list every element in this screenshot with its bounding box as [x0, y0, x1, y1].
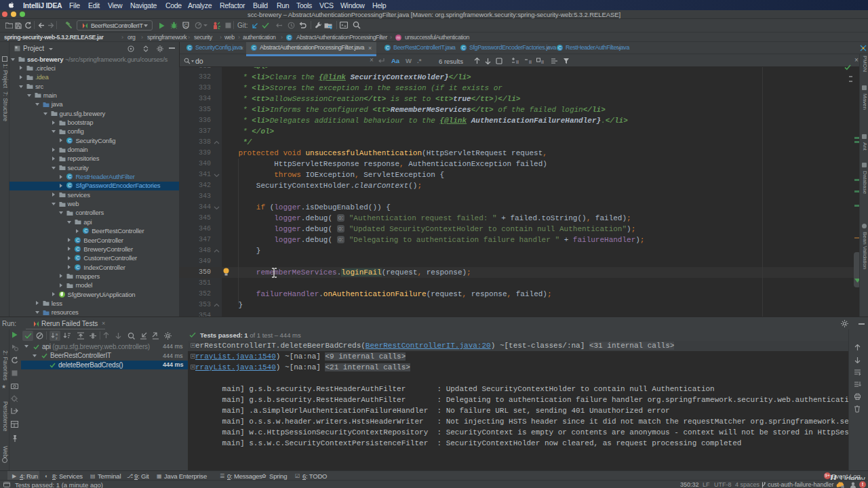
svg-text:II: II: [541, 60, 544, 64]
svg-text:C: C: [184, 23, 188, 28]
svg-text:II: II: [529, 60, 532, 64]
svg-text:II: II: [516, 60, 519, 64]
svg-text:z: z: [56, 336, 58, 340]
